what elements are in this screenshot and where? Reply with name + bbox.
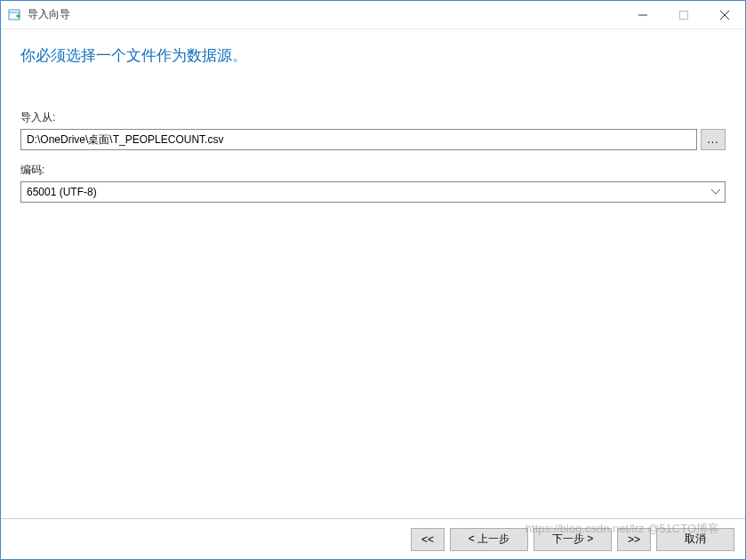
prev-button[interactable]: < 上一步: [450, 528, 528, 551]
maximize-button: [663, 1, 704, 28]
content-area: 你必须选择一个文件作为数据源。 导入从: ... 编码:: [1, 29, 745, 518]
encoding-row: [20, 181, 726, 203]
titlebar: 导入向导: [1, 1, 745, 29]
last-button[interactable]: >>: [617, 528, 651, 551]
minimize-button[interactable]: [622, 1, 663, 28]
instruction-text: 你必须选择一个文件作为数据源。: [20, 45, 726, 66]
import-from-input[interactable]: [20, 129, 697, 150]
browse-button[interactable]: ...: [701, 129, 726, 150]
encoding-select[interactable]: [20, 181, 726, 203]
first-button[interactable]: <<: [411, 528, 445, 551]
footer-nav: << < 上一步 下一步 > >> 取消: [1, 518, 745, 559]
close-button[interactable]: [704, 1, 745, 28]
import-from-row: ...: [20, 129, 726, 150]
next-button[interactable]: 下一步 >: [533, 528, 612, 551]
cancel-button[interactable]: 取消: [656, 528, 734, 551]
window-title: 导入向导: [28, 7, 622, 22]
import-wizard-window: 导入向导 你必须选择一个文件作为数据源。 导入从: ... 编码:: [0, 0, 746, 560]
app-icon: [8, 8, 22, 22]
spacer: [20, 215, 726, 509]
window-controls: [622, 1, 745, 28]
svg-rect-3: [680, 11, 688, 19]
encoding-label: 编码:: [20, 163, 726, 178]
import-from-label: 导入从:: [20, 110, 726, 125]
